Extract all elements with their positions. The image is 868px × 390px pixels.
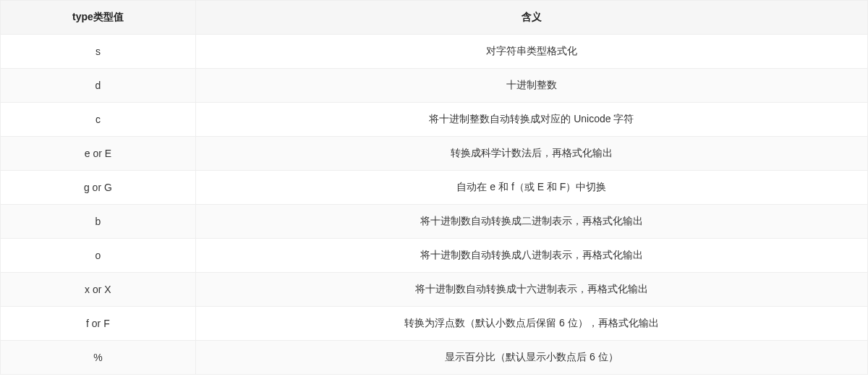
table-header-row: type类型值 含义 [1,1,868,35]
cell-meaning: 将十进制数自动转换成二进制表示，再格式化输出 [195,205,867,239]
table-row: o 将十进制数自动转换成八进制表示，再格式化输出 [1,239,868,273]
cell-type: x or X [1,273,196,307]
table-row: d 十进制整数 [1,69,868,103]
table-header-meaning: 含义 [195,1,867,35]
cell-type: s [1,35,196,69]
cell-type: c [1,103,196,137]
table-row: % 显示百分比（默认显示小数点后 6 位） [1,341,868,375]
cell-type: g or G [1,171,196,205]
cell-meaning: 十进制整数 [195,69,867,103]
cell-meaning: 自动在 e 和 f（或 E 和 F）中切换 [195,171,867,205]
cell-type: d [1,69,196,103]
table-row: s 对字符串类型格式化 [1,35,868,69]
format-type-table: type类型值 含义 s 对字符串类型格式化 d 十进制整数 c 将十进制整数自… [0,0,868,375]
cell-meaning: 对字符串类型格式化 [195,35,867,69]
cell-type: o [1,239,196,273]
table-row: f or F 转换为浮点数（默认小数点后保留 6 位），再格式化输出 [1,307,868,341]
table-row: g or G 自动在 e 和 f（或 E 和 F）中切换 [1,171,868,205]
table-header-type: type类型值 [1,1,196,35]
cell-meaning: 将十进制数自动转换成十六进制表示，再格式化输出 [195,273,867,307]
cell-meaning: 转换成科学计数法后，再格式化输出 [195,137,867,171]
cell-type: % [1,341,196,375]
cell-type: e or E [1,137,196,171]
cell-meaning: 将十进制整数自动转换成对应的 Unicode 字符 [195,103,867,137]
cell-type: b [1,205,196,239]
cell-meaning: 将十进制数自动转换成八进制表示，再格式化输出 [195,239,867,273]
cell-meaning: 转换为浮点数（默认小数点后保留 6 位），再格式化输出 [195,307,867,341]
table-row: e or E 转换成科学计数法后，再格式化输出 [1,137,868,171]
cell-meaning: 显示百分比（默认显示小数点后 6 位） [195,341,867,375]
table-row: c 将十进制整数自动转换成对应的 Unicode 字符 [1,103,868,137]
table-row: b 将十进制数自动转换成二进制表示，再格式化输出 [1,205,868,239]
cell-type: f or F [1,307,196,341]
table-row: x or X 将十进制数自动转换成十六进制表示，再格式化输出 [1,273,868,307]
